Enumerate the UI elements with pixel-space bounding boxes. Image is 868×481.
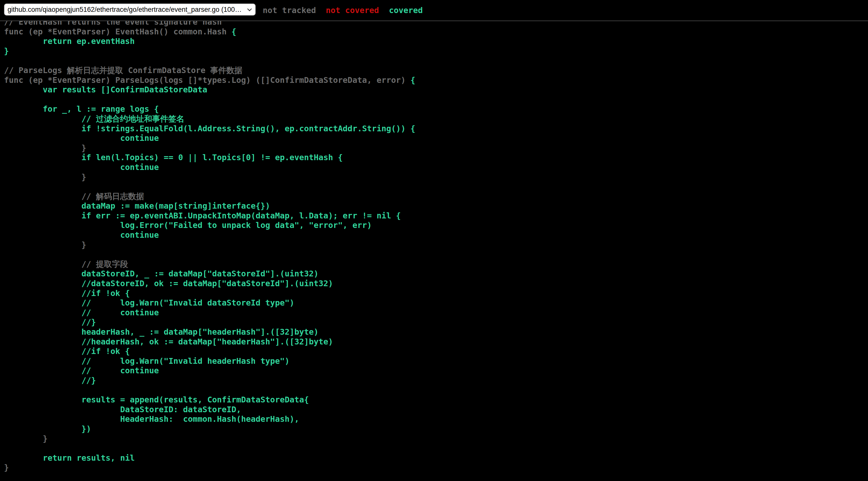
code-segment: } [4,46,9,56]
content: // EventHash returns the event signature… [0,0,868,473]
code-segment: dataMap := make(map[string]interface{}) [4,201,270,211]
code-segment: if err := ep.eventABI.UnpackIntoMap(data… [4,211,401,220]
code-segment: if !strings.EqualFold(l.Address.String()… [4,124,415,133]
code-segment: headerHash, _ := dataMap["headerHash"].(… [4,327,318,336]
topbar: github.com/qiaopengjun5162/ethertrace/go… [0,0,868,21]
code-segment: return ep.eventHash [4,36,135,46]
file-nav: github.com/qiaopengjun5162/ethertrace/go… [4,3,256,15]
code-segment: for _, l := range logs { [4,104,159,114]
code-segment: // 提取字段 [4,259,128,269]
code-segment: } [4,434,48,443]
code-segment: return results, nil [4,453,135,463]
code-segment: //if !ok { [4,288,130,298]
code-segment: var results []ConfirmDataStoreData [4,85,207,94]
code-segment: continue [4,162,159,172]
code-segment: //} [4,317,96,327]
legend-not-tracked: not tracked [263,5,316,15]
code-segment: { [410,75,415,85]
code-segment: } [4,240,86,250]
code-segment: } [4,143,86,153]
code-segment: // 过滤合约地址和事件签名 [4,114,184,124]
code-segment: // continue [4,308,159,317]
code-segment: { [231,27,236,36]
coverage-legend: not tracked not covered covered [260,5,425,15]
code-segment: results = append(results, ConfirmDataSto… [4,395,309,405]
code-segment: //} [4,376,96,385]
code-segment: func (ep *EventParser) EventHash() commo… [4,27,231,36]
legend-covered: covered [389,5,423,15]
code-segment: continue [4,133,159,143]
code-segment: if len(l.Topics) == 0 || l.Topics[0] != … [4,153,343,162]
code-segment: //if !ok { [4,347,130,356]
code: // EventHash returns the event signature… [4,17,868,473]
code-segment: } [4,463,9,472]
file-select[interactable]: github.com/qiaopengjun5162/ethertrace/go… [4,3,256,15]
code-segment: HeaderHash: common.Hash(headerHash), [4,414,299,424]
code-segment: } [4,172,86,182]
code-segment: // log.Warn("Invalid headerHash type") [4,356,289,366]
code-segment: continue [4,230,159,240]
legend-not-covered: not covered [326,5,379,15]
code-segment: func (ep *EventParser) ParseLogs(logs []… [4,75,410,85]
code-segment: // continue [4,366,159,375]
code-segment: log.Error("Failed to unpack log data", "… [4,220,372,230]
code-segment: dataStoreID, _ := dataMap["dataStoreId"]… [4,269,318,279]
code-segment: //dataStoreID, ok := dataMap["dataStoreI… [4,279,333,288]
code-segment: // 解码日志数据 [4,192,144,201]
code-segment: //headerHash, ok := dataMap["headerHash"… [4,337,333,347]
code-segment: DataStoreID: dataStoreID, [4,405,241,414]
code-segment: // log.Warn("Invalid dataStoreId type") [4,298,294,308]
code-segment: // ParseLogs 解析日志并提取 ConfirmDataStore 事件… [4,66,242,75]
code-segment: }) [4,424,91,434]
